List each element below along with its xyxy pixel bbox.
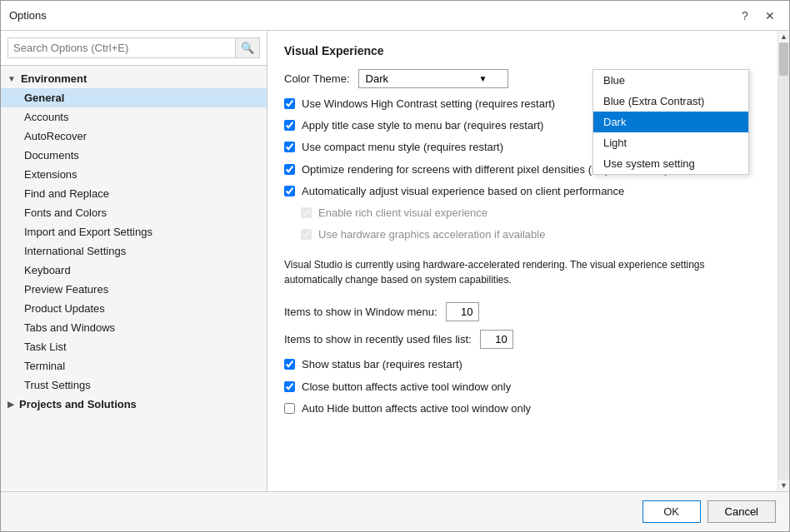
tree-item-task-list-label: Task List	[24, 341, 67, 353]
checkbox-status-bar-input[interactable]	[284, 359, 295, 370]
tree-item-tabs-windows[interactable]: Tabs and Windows	[1, 318, 267, 337]
tree-item-fonts-colors-label: Fonts and Colors	[24, 206, 107, 219]
checkbox-rich-client-label: Enable rich client visual experience	[318, 206, 488, 221]
tree-item-terminal-label: Terminal	[24, 360, 65, 372]
checkbox-close-button-label: Close button affects active tool window …	[302, 380, 511, 395]
tree-item-terminal[interactable]: Terminal	[1, 356, 267, 375]
items-window-input[interactable]	[446, 302, 479, 321]
help-button[interactable]: ?	[734, 5, 756, 27]
right-scrollbar: ▲ ▼	[778, 31, 789, 491]
checkbox-compact-menu-label: Use compact menu style (requires restart…	[302, 140, 503, 155]
tree-item-general[interactable]: General	[1, 88, 267, 107]
tree-item-accounts[interactable]: Accounts	[1, 107, 267, 127]
checkbox-auto-adjust-label: Automatically adjust visual experience b…	[302, 184, 624, 199]
tree-item-preview-features[interactable]: Preview Features	[1, 280, 267, 299]
tree-item-fonts-colors[interactable]: Fonts and Colors	[1, 203, 267, 222]
tree-item-product-updates[interactable]: Product Updates	[1, 299, 267, 318]
checkbox-auto-hide-label: Auto Hide button affects active tool win…	[302, 401, 531, 416]
title-bar-right: ? ✕	[734, 5, 781, 27]
checkbox-auto-hide-input[interactable]	[284, 403, 295, 414]
tree-item-task-list[interactable]: Task List	[1, 337, 267, 356]
tree-item-find-replace[interactable]: Find and Replace	[1, 184, 267, 203]
tree-item-trust-settings[interactable]: Trust Settings	[1, 375, 267, 395]
scroll-thumb[interactable]	[779, 42, 788, 76]
dropdown-option-system[interactable]: Use system setting	[593, 153, 748, 174]
tree-item-international-label: International Settings	[24, 245, 126, 257]
checkbox-hardware-accel-label: Use hardware graphics acceleration if av…	[318, 227, 545, 242]
dropdown-option-light[interactable]: Light	[593, 132, 748, 153]
checkbox-status-bar-label: Show status bar (requires restart)	[302, 357, 462, 372]
tree-section-environment-label: Environment	[21, 72, 87, 85]
tree-item-documents-label: Documents	[24, 149, 79, 162]
chevron-right-icon: ▶	[8, 400, 14, 409]
color-theme-label: Color Theme:	[284, 72, 350, 85]
checkbox-compact-menu-input[interactable]	[284, 142, 295, 152]
items-recent-label: Items to show in recently used files lis…	[284, 333, 472, 346]
right-content: Visual Experience Color Theme: Dark ▼ Us…	[268, 31, 778, 491]
checkbox-title-case-label: Apply title case style to menu bar (requ…	[302, 118, 543, 133]
dropdown-option-blue[interactable]: Blue	[593, 70, 748, 91]
tree-item-keyboard[interactable]: Keyboard	[1, 261, 267, 280]
checkbox-auto-adjust: Automatically adjust visual experience b…	[284, 184, 761, 199]
tree-section-projects[interactable]: ▶ Projects and Solutions	[1, 395, 267, 414]
items-recent-input[interactable]	[480, 330, 513, 349]
checkbox-close-button-input[interactable]	[284, 381, 295, 392]
search-button[interactable]: 🔍	[236, 37, 260, 58]
close-button[interactable]: ✕	[759, 5, 781, 27]
tree-item-general-label: General	[24, 92, 64, 104]
tree-item-extensions[interactable]: Extensions	[1, 165, 267, 184]
chevron-down-icon: ▼	[479, 74, 488, 83]
tree-area: ▼ Environment General Accounts AutoRecov…	[1, 66, 267, 491]
title-bar-left: Options	[9, 9, 47, 22]
color-theme-select[interactable]: Dark ▼	[358, 69, 508, 88]
checkbox-close-button: Close button affects active tool window …	[284, 380, 761, 395]
ok-button[interactable]: OK	[642, 500, 701, 523]
tree-item-autorecover-label: AutoRecover	[24, 130, 87, 142]
tree-section-environment[interactable]: ▼ Environment	[1, 69, 267, 88]
right-panel-container: Visual Experience Color Theme: Dark ▼ Us…	[268, 31, 789, 491]
title-bar: Options ? ✕	[1, 1, 789, 31]
checkbox-win-high-contrast-label: Use Windows High Contrast setting (requi…	[302, 97, 555, 112]
checkbox-status-bar: Show status bar (requires restart)	[284, 357, 761, 372]
bottom-bar: OK Cancel	[1, 491, 789, 531]
cancel-button[interactable]: Cancel	[708, 500, 776, 523]
color-theme-dropdown[interactable]: Dark ▼	[358, 69, 508, 88]
search-input[interactable]	[8, 37, 236, 58]
tree-item-find-replace-label: Find and Replace	[24, 187, 109, 200]
scroll-down-arrow[interactable]: ▼	[778, 480, 790, 491]
checkbox-hardware-accel: Use hardware graphics acceleration if av…	[284, 227, 761, 242]
tree-item-product-updates-label: Product Updates	[24, 302, 105, 315]
tree-item-accounts-label: Accounts	[24, 111, 68, 123]
checkbox-rich-client: Enable rich client visual experience	[284, 206, 761, 221]
checkbox-auto-hide: Auto Hide button affects active tool win…	[284, 401, 761, 416]
tree-item-documents[interactable]: Documents	[1, 146, 267, 165]
tree-item-import-export[interactable]: Import and Export Settings	[1, 222, 267, 241]
checkbox-win-high-contrast-input[interactable]	[284, 98, 295, 109]
tree-item-keyboard-label: Keyboard	[24, 264, 71, 276]
tree-item-extensions-label: Extensions	[24, 168, 78, 181]
checkbox-hardware-accel-input	[301, 229, 312, 240]
checkbox-auto-adjust-input[interactable]	[284, 186, 295, 196]
search-box: 🔍	[1, 31, 267, 66]
items-window-label: Items to show in Window menu:	[284, 306, 438, 318]
tree-item-autorecover[interactable]: AutoRecover	[1, 127, 267, 146]
options-dialog: Options ? ✕ 🔍 ▼ Environment	[0, 0, 790, 532]
checkbox-optimize-rendering-input[interactable]	[284, 164, 295, 175]
dropdown-option-dark[interactable]: Dark	[593, 112, 748, 132]
dropdown-option-blue-extra[interactable]: Blue (Extra Contrast)	[593, 91, 748, 112]
tree-section-projects-label: Projects and Solutions	[19, 398, 137, 410]
scroll-track	[778, 42, 789, 480]
tree-item-tabs-windows-label: Tabs and Windows	[24, 321, 115, 334]
checkbox-rich-client-input	[301, 207, 312, 218]
chevron-down-icon: ▼	[8, 74, 16, 83]
info-text: Visual Studio is currently using hardwar…	[284, 251, 761, 294]
dialog-title: Options	[9, 9, 47, 22]
items-recent-row: Items to show in recently used files lis…	[284, 330, 761, 349]
tree-item-international[interactable]: International Settings	[1, 241, 267, 261]
dialog-body: 🔍 ▼ Environment General Accounts AutoRec…	[1, 31, 789, 491]
scroll-up-arrow[interactable]: ▲	[778, 31, 790, 42]
tree-item-import-export-label: Import and Export Settings	[24, 226, 152, 238]
tree-item-trust-settings-label: Trust Settings	[24, 379, 91, 391]
left-panel: 🔍 ▼ Environment General Accounts AutoRec…	[1, 31, 268, 491]
checkbox-title-case-input[interactable]	[284, 120, 295, 131]
